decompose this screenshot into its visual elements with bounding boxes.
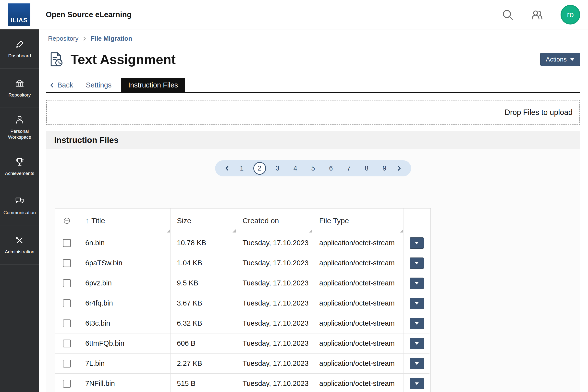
cell-size: 2.27 KB [170, 354, 236, 374]
page-number[interactable]: 7 [342, 162, 355, 175]
dashboard-icon [14, 39, 25, 50]
cell-title: 6pvz.bin [79, 273, 170, 293]
ilias-logo[interactable]: ILIAS [8, 4, 30, 26]
sidebar-item-repository[interactable]: Repository [0, 68, 39, 108]
communication-icon [14, 196, 25, 206]
column-resize-handle[interactable] [232, 229, 236, 232]
cell-file-type: application/octet-stream [313, 293, 404, 313]
row-actions-dropdown[interactable] [410, 318, 424, 329]
panel-title: Instruction Files [54, 135, 118, 145]
user-avatar[interactable]: ro [560, 5, 580, 24]
table-row-select [55, 334, 79, 354]
page-number[interactable]: 4 [289, 162, 302, 175]
row-checkbox[interactable] [63, 380, 71, 388]
cell-created: Tuesday, 17.10.2023 [236, 334, 313, 354]
cell-title: 6tImFQb.bin [79, 334, 170, 354]
cell-created: Tuesday, 17.10.2023 [236, 293, 313, 313]
breadcrumb: Repository File Migration [46, 35, 580, 42]
tab-back[interactable]: Back [46, 78, 80, 92]
table-header-size[interactable]: Size [170, 208, 236, 233]
file-dropzone[interactable]: Drop Files to upload [46, 100, 580, 125]
breadcrumb-file-migration[interactable]: File Migration [91, 35, 132, 42]
cell-file-type: application/octet-stream [313, 354, 404, 374]
page-number[interactable]: 1 [236, 162, 248, 175]
column-label: File Type [319, 216, 349, 225]
column-label: Size [177, 216, 191, 225]
page-number[interactable]: 3 [271, 162, 284, 175]
assignment-file-clock-icon [48, 51, 64, 68]
top-header: ILIAS Open Source eLearning ro [0, 0, 588, 30]
achievements-icon [14, 156, 25, 167]
table-header-title[interactable]: ↑ Title [79, 208, 170, 233]
sidebar-item-personal-workspace[interactable]: Personal Workspace [0, 108, 39, 147]
table-row-select [55, 374, 79, 392]
cell-title: 6r4fq.bin [79, 293, 170, 313]
administration-icon [14, 235, 25, 246]
page-number[interactable]: 5 [307, 162, 320, 175]
table-row-select [55, 273, 79, 293]
app-title: Open Source eLearning [46, 10, 132, 19]
table-header-created[interactable]: Created on [236, 208, 313, 233]
caret-down-icon [415, 322, 419, 324]
row-checkbox[interactable] [63, 360, 71, 368]
cell-size: 3.67 KB [170, 293, 236, 313]
sidebar-item-achievements[interactable]: Achievements [0, 147, 39, 186]
tab-settings[interactable]: Settings [80, 78, 118, 92]
table-header-file-type[interactable]: File Type [313, 208, 404, 233]
column-resize-handle[interactable] [309, 229, 312, 232]
column-resize-handle[interactable] [167, 229, 170, 232]
table-row-select [55, 293, 79, 313]
row-actions-dropdown[interactable] [410, 338, 424, 349]
row-checkbox[interactable] [63, 259, 71, 267]
page-number[interactable]: 6 [324, 162, 337, 175]
row-actions-dropdown[interactable] [410, 278, 424, 289]
column-resize-handle[interactable] [400, 229, 403, 232]
row-actions-dropdown[interactable] [410, 378, 424, 389]
instruction-files-panel: Instruction Files 1 2 3 4 5 6 7 8 9 [46, 131, 580, 392]
row-checkbox[interactable] [63, 300, 71, 307]
cell-title: 7NFill.bin [79, 374, 170, 392]
cell-size: 6.32 KB [170, 313, 236, 334]
personal-workspace-icon [14, 114, 25, 125]
caret-down-icon [570, 58, 574, 61]
sidebar-item-communication[interactable]: Communication [0, 186, 39, 226]
cell-created: Tuesday, 17.10.2023 [236, 374, 313, 392]
row-actions-dropdown[interactable] [410, 258, 424, 269]
pagination-next-button[interactable] [396, 165, 402, 172]
row-checkbox[interactable] [63, 279, 71, 287]
row-checkbox[interactable] [63, 320, 71, 327]
search-icon[interactable] [502, 9, 514, 20]
caret-down-icon [415, 342, 419, 345]
cell-size: 606 B [170, 334, 236, 354]
sidebar-label: Communication [4, 210, 36, 216]
users-icon[interactable] [531, 9, 543, 20]
row-actions-dropdown[interactable] [410, 298, 424, 309]
caret-down-icon [415, 302, 419, 304]
table-header-select[interactable] [55, 208, 79, 233]
page-number[interactable]: 8 [360, 162, 373, 175]
cell-actions [404, 273, 430, 293]
caret-down-icon [415, 262, 419, 264]
cell-created: Tuesday, 17.10.2023 [236, 253, 313, 273]
dropzone-label: Drop Files to upload [505, 108, 572, 117]
row-actions-dropdown[interactable] [410, 358, 424, 369]
actions-button[interactable]: Actions [540, 53, 580, 66]
sidebar-item-administration[interactable]: Administration [0, 226, 39, 264]
caret-down-icon [415, 242, 419, 244]
row-checkbox[interactable] [63, 239, 71, 247]
cell-file-type: application/octet-stream [313, 313, 404, 334]
row-checkbox[interactable] [63, 340, 71, 348]
sidebar-label: Achievements [5, 170, 34, 176]
page-number-active[interactable]: 2 [253, 162, 266, 175]
breadcrumb-repository[interactable]: Repository [48, 35, 78, 42]
add-columns-icon[interactable] [63, 217, 70, 224]
tab-bar: Back Settings Instruction Files [46, 78, 580, 92]
logo-text: ILIAS [11, 17, 28, 24]
pagination-prev-button[interactable] [224, 165, 230, 172]
cell-created: Tuesday, 17.10.2023 [236, 313, 313, 334]
column-label: Title [92, 216, 105, 225]
sidebar-item-dashboard[interactable]: Dashboard [0, 30, 39, 68]
tab-instruction-files[interactable]: Instruction Files [121, 78, 185, 92]
row-actions-dropdown[interactable] [410, 238, 424, 249]
page-number[interactable]: 9 [378, 162, 391, 175]
